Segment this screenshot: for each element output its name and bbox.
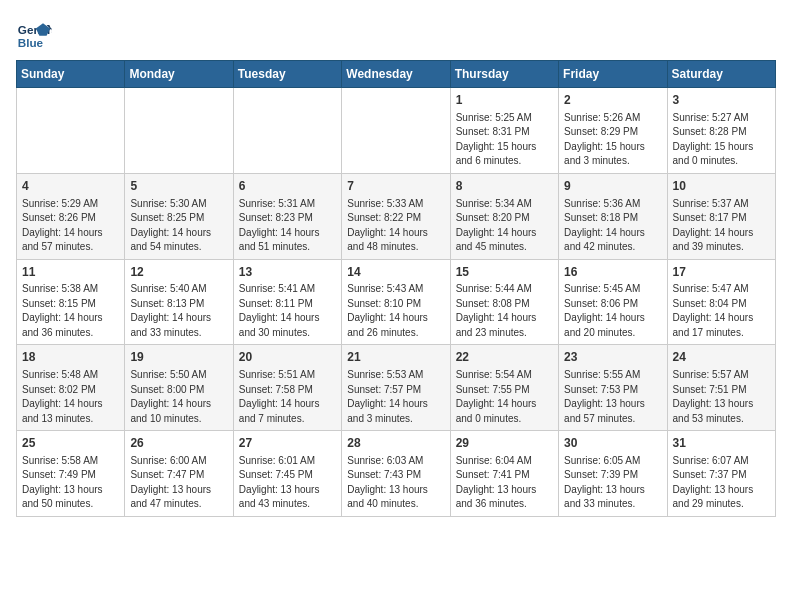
calendar-cell: 7Sunrise: 5:33 AM Sunset: 8:22 PM Daylig… [342,173,450,259]
day-number: 10 [673,178,770,195]
day-number: 11 [22,264,119,281]
day-number: 28 [347,435,444,452]
day-number: 31 [673,435,770,452]
calendar-week-1: 1Sunrise: 5:25 AM Sunset: 8:31 PM Daylig… [17,88,776,174]
page-header: General Blue [16,16,776,52]
calendar-cell: 25Sunrise: 5:58 AM Sunset: 7:49 PM Dayli… [17,431,125,517]
calendar-cell: 6Sunrise: 5:31 AM Sunset: 8:23 PM Daylig… [233,173,341,259]
day-info: Sunrise: 5:27 AM Sunset: 8:28 PM Dayligh… [673,111,770,169]
day-number: 22 [456,349,553,366]
calendar-header-row: SundayMondayTuesdayWednesdayThursdayFrid… [17,61,776,88]
calendar-cell: 17Sunrise: 5:47 AM Sunset: 8:04 PM Dayli… [667,259,775,345]
calendar-cell: 1Sunrise: 5:25 AM Sunset: 8:31 PM Daylig… [450,88,558,174]
day-info: Sunrise: 5:55 AM Sunset: 7:53 PM Dayligh… [564,368,661,426]
day-number: 17 [673,264,770,281]
day-header-tuesday: Tuesday [233,61,341,88]
day-header-monday: Monday [125,61,233,88]
calendar-week-2: 4Sunrise: 5:29 AM Sunset: 8:26 PM Daylig… [17,173,776,259]
day-info: Sunrise: 5:58 AM Sunset: 7:49 PM Dayligh… [22,454,119,512]
calendar-week-5: 25Sunrise: 5:58 AM Sunset: 7:49 PM Dayli… [17,431,776,517]
day-info: Sunrise: 5:34 AM Sunset: 8:20 PM Dayligh… [456,197,553,255]
day-number: 2 [564,92,661,109]
calendar-cell: 5Sunrise: 5:30 AM Sunset: 8:25 PM Daylig… [125,173,233,259]
day-info: Sunrise: 6:04 AM Sunset: 7:41 PM Dayligh… [456,454,553,512]
day-number: 4 [22,178,119,195]
calendar-cell: 3Sunrise: 5:27 AM Sunset: 8:28 PM Daylig… [667,88,775,174]
calendar-body: 1Sunrise: 5:25 AM Sunset: 8:31 PM Daylig… [17,88,776,517]
calendar-cell [125,88,233,174]
day-info: Sunrise: 5:33 AM Sunset: 8:22 PM Dayligh… [347,197,444,255]
day-number: 24 [673,349,770,366]
day-info: Sunrise: 5:41 AM Sunset: 8:11 PM Dayligh… [239,282,336,340]
calendar-cell: 30Sunrise: 6:05 AM Sunset: 7:39 PM Dayli… [559,431,667,517]
calendar-cell: 20Sunrise: 5:51 AM Sunset: 7:58 PM Dayli… [233,345,341,431]
day-number: 26 [130,435,227,452]
calendar-cell: 2Sunrise: 5:26 AM Sunset: 8:29 PM Daylig… [559,88,667,174]
day-number: 6 [239,178,336,195]
day-number: 30 [564,435,661,452]
calendar-cell: 24Sunrise: 5:57 AM Sunset: 7:51 PM Dayli… [667,345,775,431]
calendar-cell: 28Sunrise: 6:03 AM Sunset: 7:43 PM Dayli… [342,431,450,517]
calendar-cell: 10Sunrise: 5:37 AM Sunset: 8:17 PM Dayli… [667,173,775,259]
calendar-cell: 19Sunrise: 5:50 AM Sunset: 8:00 PM Dayli… [125,345,233,431]
day-number: 5 [130,178,227,195]
calendar-week-4: 18Sunrise: 5:48 AM Sunset: 8:02 PM Dayli… [17,345,776,431]
calendar-cell: 8Sunrise: 5:34 AM Sunset: 8:20 PM Daylig… [450,173,558,259]
day-number: 20 [239,349,336,366]
calendar-header: SundayMondayTuesdayWednesdayThursdayFrid… [17,61,776,88]
day-number: 19 [130,349,227,366]
calendar-cell: 4Sunrise: 5:29 AM Sunset: 8:26 PM Daylig… [17,173,125,259]
day-number: 27 [239,435,336,452]
day-number: 25 [22,435,119,452]
day-header-sunday: Sunday [17,61,125,88]
day-number: 1 [456,92,553,109]
day-info: Sunrise: 6:01 AM Sunset: 7:45 PM Dayligh… [239,454,336,512]
day-info: Sunrise: 5:26 AM Sunset: 8:29 PM Dayligh… [564,111,661,169]
day-number: 3 [673,92,770,109]
day-header-wednesday: Wednesday [342,61,450,88]
calendar-cell: 12Sunrise: 5:40 AM Sunset: 8:13 PM Dayli… [125,259,233,345]
day-number: 15 [456,264,553,281]
day-info: Sunrise: 6:07 AM Sunset: 7:37 PM Dayligh… [673,454,770,512]
logo: General Blue [16,16,52,52]
calendar-cell [233,88,341,174]
day-info: Sunrise: 5:51 AM Sunset: 7:58 PM Dayligh… [239,368,336,426]
calendar-cell: 21Sunrise: 5:53 AM Sunset: 7:57 PM Dayli… [342,345,450,431]
calendar-cell: 14Sunrise: 5:43 AM Sunset: 8:10 PM Dayli… [342,259,450,345]
day-number: 23 [564,349,661,366]
day-info: Sunrise: 5:45 AM Sunset: 8:06 PM Dayligh… [564,282,661,340]
calendar-cell: 31Sunrise: 6:07 AM Sunset: 7:37 PM Dayli… [667,431,775,517]
day-header-saturday: Saturday [667,61,775,88]
day-info: Sunrise: 5:36 AM Sunset: 8:18 PM Dayligh… [564,197,661,255]
day-number: 12 [130,264,227,281]
day-info: Sunrise: 5:50 AM Sunset: 8:00 PM Dayligh… [130,368,227,426]
day-header-friday: Friday [559,61,667,88]
calendar-cell: 13Sunrise: 5:41 AM Sunset: 8:11 PM Dayli… [233,259,341,345]
day-number: 7 [347,178,444,195]
calendar-week-3: 11Sunrise: 5:38 AM Sunset: 8:15 PM Dayli… [17,259,776,345]
day-info: Sunrise: 5:25 AM Sunset: 8:31 PM Dayligh… [456,111,553,169]
day-info: Sunrise: 5:57 AM Sunset: 7:51 PM Dayligh… [673,368,770,426]
day-info: Sunrise: 5:30 AM Sunset: 8:25 PM Dayligh… [130,197,227,255]
day-info: Sunrise: 5:40 AM Sunset: 8:13 PM Dayligh… [130,282,227,340]
calendar-cell: 29Sunrise: 6:04 AM Sunset: 7:41 PM Dayli… [450,431,558,517]
logo-icon: General Blue [16,16,52,52]
calendar-cell: 23Sunrise: 5:55 AM Sunset: 7:53 PM Dayli… [559,345,667,431]
day-info: Sunrise: 5:47 AM Sunset: 8:04 PM Dayligh… [673,282,770,340]
day-header-thursday: Thursday [450,61,558,88]
day-number: 18 [22,349,119,366]
day-number: 9 [564,178,661,195]
day-info: Sunrise: 5:53 AM Sunset: 7:57 PM Dayligh… [347,368,444,426]
calendar-table: SundayMondayTuesdayWednesdayThursdayFrid… [16,60,776,517]
calendar-cell [342,88,450,174]
calendar-cell: 11Sunrise: 5:38 AM Sunset: 8:15 PM Dayli… [17,259,125,345]
calendar-cell: 18Sunrise: 5:48 AM Sunset: 8:02 PM Dayli… [17,345,125,431]
calendar-cell [17,88,125,174]
day-info: Sunrise: 5:54 AM Sunset: 7:55 PM Dayligh… [456,368,553,426]
calendar-cell: 9Sunrise: 5:36 AM Sunset: 8:18 PM Daylig… [559,173,667,259]
day-info: Sunrise: 5:31 AM Sunset: 8:23 PM Dayligh… [239,197,336,255]
day-info: Sunrise: 5:38 AM Sunset: 8:15 PM Dayligh… [22,282,119,340]
day-info: Sunrise: 5:29 AM Sunset: 8:26 PM Dayligh… [22,197,119,255]
day-info: Sunrise: 5:44 AM Sunset: 8:08 PM Dayligh… [456,282,553,340]
day-info: Sunrise: 6:03 AM Sunset: 7:43 PM Dayligh… [347,454,444,512]
